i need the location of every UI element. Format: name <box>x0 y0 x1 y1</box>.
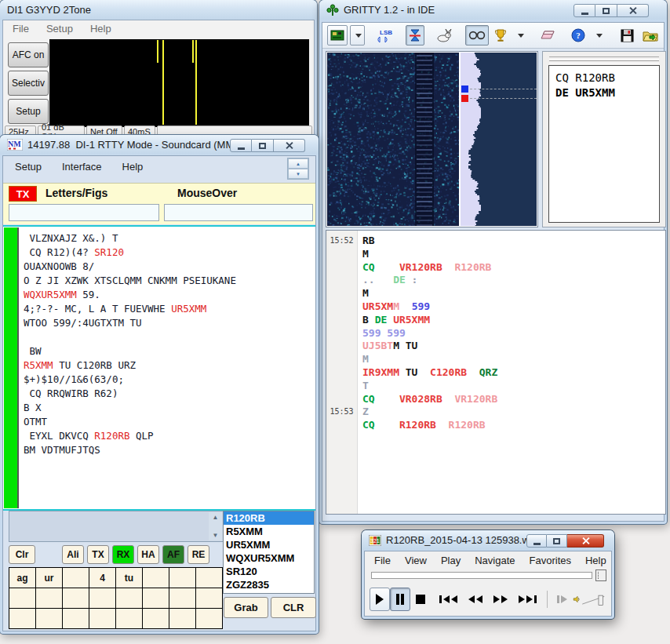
help-button[interactable]: ? <box>568 25 588 45</box>
mmtty-ha-button[interactable]: HA <box>137 545 159 564</box>
mmtty-tx-button[interactable]: TX <box>87 545 109 564</box>
squelch-level-bar[interactable] <box>4 227 19 508</box>
soundcard-button[interactable] <box>327 25 348 45</box>
save-button[interactable] <box>617 25 637 45</box>
macro-button-r1c7[interactable] <box>196 588 222 608</box>
macro-button-r1c2[interactable] <box>63 588 89 608</box>
maximize-button[interactable] <box>595 4 617 17</box>
seek-handle[interactable] <box>595 569 606 581</box>
clear-button[interactable] <box>537 25 559 45</box>
macro-button-4[interactable]: 4 <box>89 568 115 588</box>
callsign-listbox[interactable]: R120RBR5XMMUR5XMMWQXUR5XMMSR120ZGZ2835 <box>223 511 315 594</box>
current-qso-box[interactable]: CQ R120RB DE UR5XMM <box>548 65 660 223</box>
spectrum-display[interactable] <box>461 53 537 226</box>
wav-menu-play[interactable]: Play <box>441 555 461 566</box>
macro-button-ag[interactable]: ag <box>9 568 35 588</box>
callsign-item-ur5xmm[interactable]: UR5XMM <box>224 538 314 551</box>
wav-menu-file[interactable]: File <box>374 555 391 566</box>
macro-button-r0c7[interactable] <box>196 568 222 588</box>
macro-button-ur[interactable]: ur <box>36 568 62 588</box>
mmtty-ali-button[interactable]: Ali <box>62 545 84 564</box>
macro-button-r2c5[interactable] <box>143 609 169 628</box>
volume-slider[interactable] <box>581 588 606 610</box>
mmtty-menu-help[interactable]: Help <box>122 161 144 173</box>
macro-button-r0c2[interactable] <box>63 568 89 588</box>
speed-button[interactable] <box>434 25 456 45</box>
macro-button-r1c4[interactable] <box>116 588 142 608</box>
macro-button-tu[interactable]: tu <box>116 568 142 588</box>
minimize-button[interactable] <box>230 139 252 152</box>
mmtty-af-button[interactable]: AF <box>162 545 184 564</box>
mmtty-menu-setup[interactable]: Setup <box>15 161 42 173</box>
mark-frequency-marker[interactable] <box>461 86 468 93</box>
scroll-up-button[interactable]: ▲ <box>213 514 219 521</box>
seek-track[interactable] <box>371 572 592 579</box>
macro-button-r2c2[interactable] <box>63 609 89 628</box>
fast-forward-button[interactable] <box>488 588 513 610</box>
close-button[interactable] <box>274 139 305 152</box>
2tone-menu-file[interactable]: File <box>13 23 29 35</box>
mmtty-rx-button[interactable]: RX <box>112 545 134 564</box>
callsign-item-r5xmm[interactable]: R5XMM <box>224 525 314 538</box>
macro-button-r2c4[interactable] <box>116 609 142 628</box>
callsign-item-zgz2835[interactable]: ZGZ2835 <box>224 578 314 591</box>
callsign-item-r120rb[interactable]: R120RB <box>224 511 314 525</box>
macro-button-r1c6[interactable] <box>169 588 195 608</box>
minimize-button[interactable] <box>526 534 547 548</box>
spin-down-button[interactable]: ▼ <box>288 169 308 179</box>
macro-button-r1c1[interactable] <box>36 588 62 608</box>
rx-decode-pane[interactable]: VLZNXAJZ X&.) T CQ R12)(4? SR120OUAXNOOW… <box>3 225 315 511</box>
speaker-icon[interactable] <box>573 592 581 606</box>
wav-menu-view[interactable]: View <box>405 555 427 566</box>
tx-indicator[interactable]: TX <box>9 186 37 202</box>
pause-button[interactable] <box>390 588 410 611</box>
scroll-down-button[interactable]: ▼ <box>213 532 219 539</box>
macro-button-r0c6[interactable] <box>169 568 195 588</box>
macro-button-r1c5[interactable] <box>143 588 169 608</box>
clr-button[interactable]: CLR <box>271 597 316 618</box>
wav-menu-favorites[interactable]: Favorites <box>530 555 571 566</box>
macro-button-r2c0[interactable] <box>9 609 35 628</box>
spin-up-button[interactable]: ▲ <box>288 158 308 169</box>
callsign-item-sr120[interactable]: SR120 <box>224 565 314 578</box>
help-dropdown[interactable] <box>591 25 606 45</box>
skip-end-button[interactable] <box>513 588 542 610</box>
skip-start-button[interactable] <box>434 588 463 610</box>
2tone-menu-help[interactable]: Help <box>90 23 111 35</box>
lsb-mode-button[interactable]: LSB <box>374 25 396 45</box>
splitter-grip[interactable] <box>549 60 659 63</box>
mmtty-clr-button[interactable]: Clr <box>9 545 35 564</box>
2tone-setup-button[interactable]: Setup <box>8 99 49 124</box>
wav-menu-navigate[interactable]: Navigate <box>475 555 515 566</box>
macro-button-r1c0[interactable] <box>9 588 35 608</box>
minimize-button[interactable] <box>574 4 595 17</box>
mmtty-menu-interface[interactable]: Interface <box>62 161 102 173</box>
step-button[interactable] <box>552 588 573 610</box>
letters-figs-field[interactable] <box>9 204 159 221</box>
2tone-afc-on-button[interactable]: AFC on <box>8 42 49 67</box>
soundcard-dropdown[interactable] <box>350 25 365 45</box>
macro-button-r2c7[interactable] <box>196 609 222 628</box>
macro-button-r2c3[interactable] <box>89 609 115 628</box>
callsign-item-wqxur5xmm[interactable]: WQXUR5XMM <box>224 551 314 565</box>
view-button[interactable] <box>465 25 489 45</box>
macro-button-r2c6[interactable] <box>169 609 195 628</box>
open-wav-button[interactable] <box>639 25 661 45</box>
2tone-menu-setup[interactable]: Setup <box>46 23 73 35</box>
close-button[interactable] <box>567 534 604 548</box>
gritty-decode-area[interactable]: 15:52RBMCQ VR120RB R120RB.. DE :MUR5XMM … <box>326 230 666 515</box>
maximize-button[interactable] <box>252 139 274 152</box>
close-button[interactable] <box>617 4 649 17</box>
maximize-button[interactable] <box>547 534 567 548</box>
mouseover-field[interactable] <box>164 204 313 221</box>
waterfall-display[interactable] <box>327 53 459 226</box>
wav-menu-help[interactable]: Help <box>585 555 606 566</box>
space-frequency-marker[interactable] <box>461 95 468 102</box>
2tone-titlebar[interactable]: DI1 G3YYD 2Tone <box>0 0 317 20</box>
awards-dropdown[interactable] <box>512 25 527 45</box>
2tone-selectiv-button[interactable]: Selectiv <box>8 71 49 96</box>
mmtty-re-button[interactable]: RE <box>188 545 209 564</box>
play-button[interactable] <box>370 588 390 611</box>
splitter-grip[interactable] <box>549 56 659 59</box>
awards-button[interactable] <box>491 25 510 45</box>
